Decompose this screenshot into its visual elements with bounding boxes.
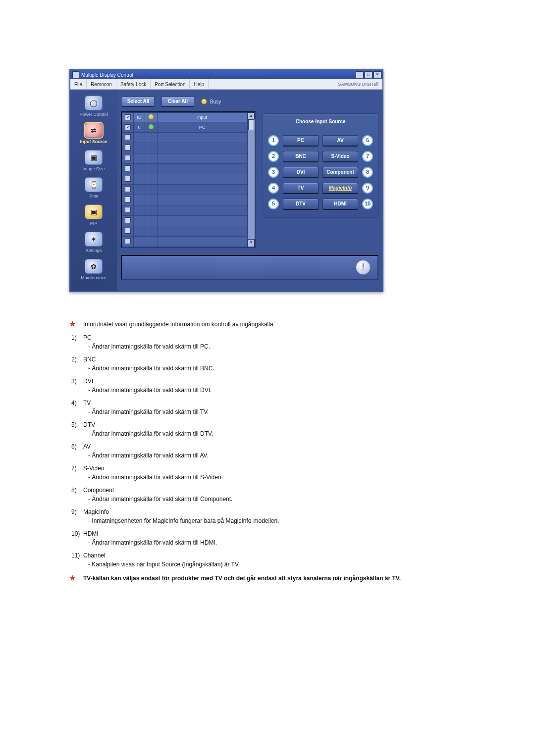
source-tv-button[interactable]: TV: [283, 183, 319, 194]
settings-icon: ✦: [85, 232, 103, 247]
sidebar-item-image-size[interactable]: ▣ Image Size: [70, 149, 117, 173]
clear-all-button[interactable]: Clear All: [161, 97, 194, 106]
sidebar: ◯ Power Control ⇄ Input Source ▣ Image S…: [70, 90, 117, 291]
maximize-button[interactable]: □: [365, 71, 373, 78]
col-input: Input: [158, 113, 247, 122]
close-button[interactable]: ×: [374, 71, 381, 78]
source-hdmi-button[interactable]: HDMI: [322, 199, 358, 209]
select-all-button[interactable]: Select All: [122, 97, 155, 106]
list-item: 2)BNC- Ändrar inmatningskälla för vald s…: [76, 355, 490, 373]
sidebar-item-power-control[interactable]: ◯ Power Control: [70, 95, 117, 119]
source-svideo-button[interactable]: S-Video: [322, 151, 358, 162]
table-row[interactable]: [122, 133, 247, 143]
callout-2: 2: [268, 151, 279, 162]
scroll-down-icon[interactable]: ▼: [248, 239, 255, 247]
row-checkbox[interactable]: [125, 134, 131, 140]
callout-7: 7: [362, 151, 373, 162]
table-row[interactable]: [122, 195, 247, 205]
row-checkbox[interactable]: [125, 238, 131, 244]
window-title: Multiple Display Control: [81, 72, 133, 78]
busy-indicator: Busy: [201, 99, 221, 104]
callout-3: 3: [268, 167, 279, 178]
footnote-text: TV-källan kan väljas endast för produkte…: [83, 575, 401, 582]
sidebar-item-label: PIP: [90, 221, 98, 226]
row-checkbox[interactable]: [125, 176, 131, 182]
menu-port-selection[interactable]: Port Selection: [151, 79, 190, 89]
row-checkbox[interactable]: [125, 228, 131, 234]
table-row[interactable]: [122, 247, 247, 248]
menu-remocon[interactable]: Remocon: [87, 79, 116, 89]
toolbar: Select All Clear All Busy: [117, 90, 382, 111]
table-row[interactable]: [122, 174, 247, 185]
menu-safety-lock[interactable]: Safety Lock: [116, 79, 151, 89]
source-pc-button[interactable]: PC: [283, 135, 319, 146]
callout-8: 8: [362, 167, 373, 178]
table-row[interactable]: [122, 185, 247, 195]
maintenance-icon: ✿: [85, 259, 103, 274]
sidebar-item-settings[interactable]: ✦ Settings: [70, 231, 117, 255]
image-size-icon: ▣: [85, 150, 103, 165]
app-window: Multiple Display Control _ □ × File Remo…: [69, 69, 383, 292]
sidebar-item-label: Time: [89, 194, 99, 199]
sidebar-item-label: Maintenance: [81, 275, 107, 280]
list-item: 4)TV- Ändrar inmatningskälla för vald sk…: [76, 399, 490, 416]
pip-icon: ▣: [85, 204, 103, 219]
callout-9: 9: [362, 183, 373, 194]
row-checkbox[interactable]: [125, 145, 131, 151]
list-item: 5)DTV- Ändrar inmatningskälla för vald s…: [76, 420, 490, 438]
source-dtv-button[interactable]: DTV: [283, 199, 319, 209]
busy-dot-icon: [201, 99, 207, 104]
table-scrollbar[interactable]: ▲ ▼: [247, 112, 255, 247]
menu-file[interactable]: File: [70, 79, 87, 89]
sidebar-item-label: Power Control: [79, 112, 107, 117]
sidebar-item-maintenance[interactable]: ✿ Maintenance: [70, 258, 117, 282]
row-checkbox[interactable]: [125, 186, 131, 192]
menu-help[interactable]: Help: [190, 79, 209, 89]
col-check[interactable]: [122, 113, 134, 122]
table-header-row: ID Input: [122, 113, 247, 122]
table-row[interactable]: [122, 237, 247, 247]
table-row[interactable]: [122, 153, 247, 164]
source-dvi-button[interactable]: DVI: [283, 167, 319, 178]
list-item: 8)Component- Ändrar inmatningskälla för …: [76, 486, 490, 504]
sidebar-item-label: Image Size: [82, 166, 105, 171]
table-row[interactable]: [122, 143, 247, 153]
row-checkbox[interactable]: [125, 124, 131, 130]
row-checkbox[interactable]: [125, 165, 131, 171]
power-icon: ◯: [85, 96, 103, 110]
brand-label: SAMSUNG DIGITall: [334, 82, 382, 87]
callout-5: 5: [268, 199, 279, 209]
minimize-button[interactable]: _: [356, 71, 364, 78]
description-text: ★Inforutnätet visar grundläggande inform…: [69, 319, 490, 583]
sidebar-item-pip[interactable]: ▣ PIP: [70, 203, 117, 228]
list-item: 1)PC- Ändrar inmatningskälla för vald sk…: [76, 333, 490, 351]
table-row[interactable]: 0 PC: [122, 122, 247, 133]
sidebar-item-input-source[interactable]: ⇄ Input Source: [70, 122, 117, 146]
info-icon: !: [356, 260, 371, 275]
intro-text: Inforutnätet visar grundläggande informa…: [83, 321, 275, 328]
busy-label: Busy: [210, 99, 221, 104]
list-item: 10)HDMI- Ändrar inmatningskälla för vald…: [76, 529, 490, 547]
sidebar-item-time[interactable]: ⌚ Time: [70, 176, 117, 201]
list-item: 3)DVI- Ändrar inmatningskälla för vald s…: [76, 377, 490, 395]
row-checkbox[interactable]: [125, 197, 131, 202]
row-input: PC: [158, 122, 247, 133]
app-icon: [72, 71, 79, 78]
source-av-button[interactable]: AV: [322, 135, 358, 146]
titlebar: Multiple Display Control _ □ ×: [70, 70, 382, 79]
row-checkbox[interactable]: [125, 217, 131, 223]
display-table: ID Input 0 PC: [121, 111, 256, 248]
sidebar-item-label: Input Source: [80, 139, 107, 144]
table-row[interactable]: [122, 216, 247, 226]
table-row[interactable]: [122, 226, 247, 237]
scroll-thumb[interactable]: [248, 119, 254, 130]
row-checkbox[interactable]: [125, 207, 131, 213]
source-bnc-button[interactable]: BNC: [283, 151, 319, 162]
source-component-button[interactable]: Component: [322, 167, 358, 178]
source-magicinfo-button[interactable]: MagicInfo: [322, 183, 358, 194]
row-id: 0: [134, 122, 145, 133]
col-id: ID: [134, 113, 145, 122]
table-row[interactable]: [122, 205, 247, 216]
row-checkbox[interactable]: [125, 155, 131, 161]
table-row[interactable]: [122, 164, 247, 174]
